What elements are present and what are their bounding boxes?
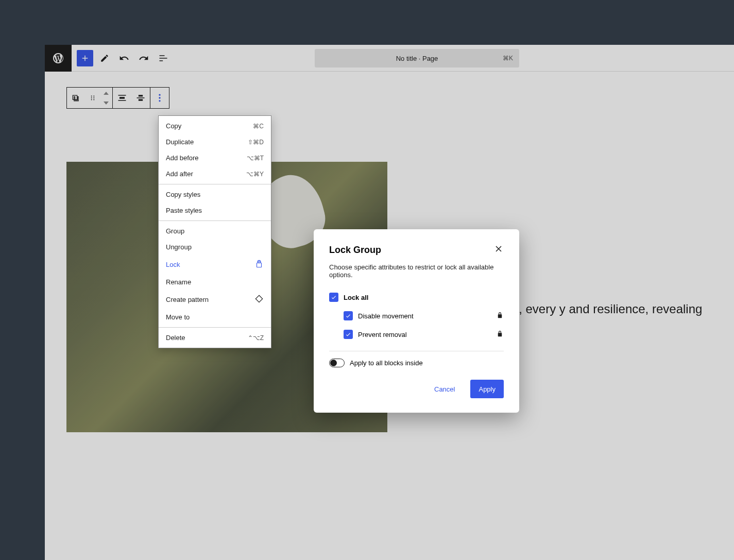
checkmark-icon — [345, 331, 351, 337]
menu-item-paste-styles[interactable]: Paste styles — [159, 202, 271, 218]
menu-item-copy[interactable]: Copy ⌘C — [159, 118, 271, 134]
close-icon — [493, 244, 504, 254]
diamond-icon — [254, 294, 264, 305]
menu-item-lock[interactable]: Lock — [159, 255, 271, 274]
lock-group-modal: Lock Group Choose specific attributes to… — [314, 229, 519, 413]
disable-movement-checkbox[interactable] — [344, 311, 353, 320]
block-type-button[interactable] — [67, 88, 86, 108]
block-options-dropdown: Copy ⌘C Duplicate ⇧⌘D Add before ⌥⌘T Add… — [158, 115, 271, 348]
undo-button[interactable] — [116, 50, 132, 66]
svg-point-6 — [159, 94, 160, 96]
lock-all-checkbox[interactable] — [329, 293, 338, 302]
disable-movement-row[interactable]: Disable movement — [329, 307, 504, 325]
checkmark-icon — [345, 313, 351, 319]
menu-item-rename[interactable]: Rename — [159, 274, 271, 290]
svg-point-0 — [91, 96, 92, 97]
align-full-icon — [117, 93, 127, 103]
prevent-removal-label: Prevent removal — [358, 331, 407, 338]
apply-inside-toggle[interactable] — [329, 359, 345, 367]
redo-icon — [139, 53, 149, 63]
disable-movement-label: Disable movement — [358, 312, 414, 320]
wordpress-icon — [52, 52, 64, 64]
lock-icon — [496, 330, 504, 339]
editor-canvas: n unexpected places, every y and resilie… — [45, 72, 734, 103]
prevent-removal-checkbox[interactable] — [344, 330, 353, 339]
list-view-button[interactable] — [155, 50, 172, 66]
more-options-button[interactable] — [150, 88, 169, 108]
group-icon — [71, 93, 81, 103]
menu-item-duplicate[interactable]: Duplicate ⇧⌘D — [159, 134, 271, 150]
chevron-down-icon — [104, 101, 109, 105]
move-down-button[interactable] — [100, 98, 112, 107]
svg-point-5 — [93, 99, 94, 100]
menu-item-ungroup[interactable]: Ungroup — [159, 239, 271, 255]
wordpress-logo[interactable] — [45, 45, 72, 72]
block-toolbar — [66, 87, 169, 109]
plus-icon — [80, 54, 90, 63]
menu-item-create-pattern[interactable]: Create pattern — [159, 290, 271, 309]
cancel-button[interactable]: Cancel — [426, 380, 463, 398]
toolbar-left-group — [72, 50, 172, 66]
command-shortcut: ⌘K — [503, 55, 513, 62]
align-button-1[interactable] — [113, 88, 131, 108]
apply-button[interactable]: Apply — [470, 380, 504, 398]
list-view-icon — [158, 53, 168, 63]
modal-title: Lock Group — [329, 245, 381, 256]
align-center-icon — [135, 93, 146, 103]
document-title: No title · Page — [396, 55, 438, 62]
modal-divider — [329, 351, 504, 351]
redo-button[interactable] — [135, 50, 152, 66]
svg-point-1 — [93, 96, 94, 97]
menu-item-add-before[interactable]: Add before ⌥⌘T — [159, 150, 271, 166]
modal-description: Choose specific attributes to restrict o… — [329, 263, 504, 279]
top-toolbar: No title · Page ⌘K — [45, 45, 734, 72]
chevron-up-icon — [104, 92, 109, 95]
svg-point-8 — [159, 100, 160, 101]
undo-icon — [119, 53, 129, 63]
lock-icon — [496, 311, 504, 320]
svg-point-3 — [93, 97, 94, 98]
apply-inside-row[interactable]: Apply to all blocks inside — [329, 359, 504, 367]
drag-handle[interactable] — [86, 88, 100, 108]
menu-item-copy-styles[interactable]: Copy styles — [159, 186, 271, 202]
prevent-removal-row[interactable]: Prevent removal — [329, 325, 504, 344]
menu-item-move-to[interactable]: Move to — [159, 309, 271, 325]
move-buttons — [100, 89, 112, 107]
drag-icon — [89, 94, 96, 101]
svg-point-2 — [91, 97, 92, 98]
lock-all-label: Lock all — [344, 294, 368, 301]
edit-mode-button[interactable] — [96, 50, 113, 66]
menu-item-delete[interactable]: Delete ⌃⌥Z — [159, 330, 271, 346]
svg-point-4 — [91, 99, 92, 100]
lock-icon — [254, 259, 264, 270]
document-title-bar[interactable]: No title · Page ⌘K — [315, 49, 519, 67]
menu-item-group[interactable]: Group — [159, 223, 271, 239]
lock-all-row[interactable]: Lock all — [329, 288, 504, 307]
align-button-2[interactable] — [131, 88, 150, 108]
more-vertical-icon — [155, 93, 165, 103]
move-up-button[interactable] — [100, 89, 112, 98]
checkmark-icon — [331, 294, 337, 300]
apply-inside-label: Apply to all blocks inside — [350, 359, 423, 367]
menu-item-add-after[interactable]: Add after ⌥⌘Y — [159, 166, 271, 182]
pencil-icon — [100, 54, 109, 63]
svg-point-7 — [159, 97, 160, 98]
modal-close-button[interactable] — [493, 244, 504, 256]
add-block-button[interactable] — [77, 50, 93, 66]
